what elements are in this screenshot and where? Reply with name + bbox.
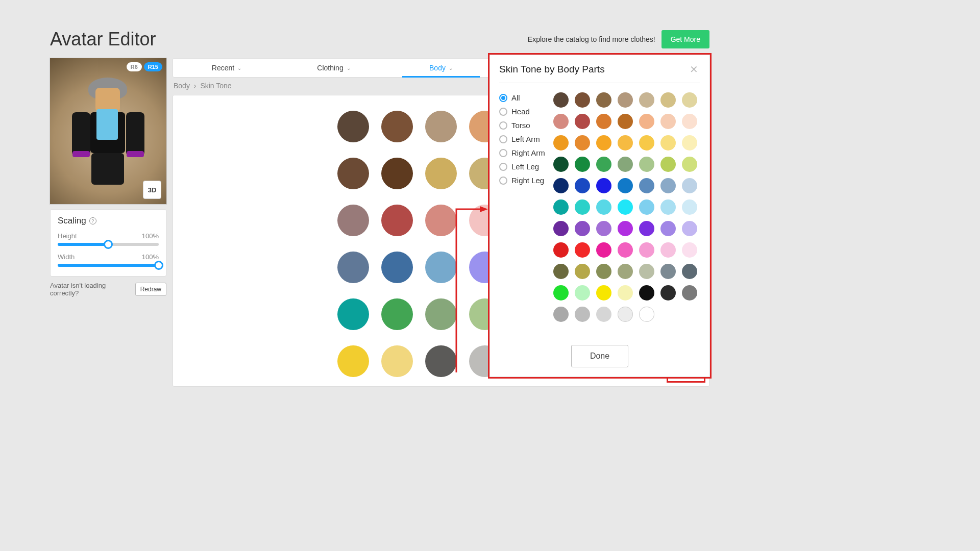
skin-tone-swatch[interactable] (381, 205, 413, 236)
color-swatch[interactable] (639, 285, 654, 300)
color-swatch[interactable] (553, 307, 569, 322)
color-swatch[interactable] (660, 242, 676, 258)
color-swatch[interactable] (618, 199, 633, 215)
body-part-radio[interactable]: All (499, 93, 548, 102)
color-swatch[interactable] (639, 264, 654, 279)
color-swatch[interactable] (575, 92, 590, 108)
body-part-radio[interactable]: Head (499, 107, 548, 116)
color-swatch[interactable] (639, 178, 654, 193)
skin-tone-swatch[interactable] (425, 298, 457, 330)
color-swatch[interactable] (553, 221, 569, 236)
color-swatch[interactable] (682, 114, 697, 129)
color-swatch[interactable] (639, 221, 654, 236)
color-swatch[interactable] (682, 264, 697, 279)
skin-tone-swatch[interactable] (425, 158, 457, 189)
skin-tone-swatch[interactable] (337, 205, 369, 236)
tab-clothing[interactable]: Clothing⌄ (280, 59, 387, 77)
color-swatch[interactable] (660, 285, 676, 300)
color-swatch[interactable] (596, 178, 611, 193)
color-swatch[interactable] (596, 92, 611, 108)
skin-tone-swatch[interactable] (381, 345, 413, 377)
color-swatch[interactable] (682, 157, 697, 172)
three-d-toggle-button[interactable]: 3D (143, 181, 161, 199)
skin-tone-swatch[interactable] (425, 111, 457, 142)
color-swatch[interactable] (660, 178, 676, 193)
color-swatch[interactable] (639, 135, 654, 151)
color-swatch[interactable] (618, 92, 633, 108)
skin-tone-swatch[interactable] (425, 205, 457, 236)
color-swatch[interactable] (618, 135, 633, 151)
body-part-radio[interactable]: Left Arm (499, 135, 548, 143)
color-swatch[interactable] (553, 135, 569, 151)
body-part-radio[interactable]: Left Leg (499, 162, 548, 171)
color-swatch[interactable] (682, 178, 697, 193)
color-swatch[interactable] (575, 157, 590, 172)
done-button[interactable]: Done (571, 345, 628, 367)
color-swatch[interactable] (575, 285, 590, 300)
color-swatch[interactable] (618, 221, 633, 236)
skin-tone-swatch[interactable] (381, 298, 413, 330)
color-swatch[interactable] (575, 114, 590, 129)
color-swatch[interactable] (639, 92, 654, 108)
color-swatch[interactable] (575, 221, 590, 236)
get-more-button[interactable]: Get More (662, 30, 709, 48)
color-swatch[interactable] (660, 264, 676, 279)
color-swatch[interactable] (682, 199, 697, 215)
color-swatch[interactable] (618, 178, 633, 193)
tab-body[interactable]: Body⌄ (387, 59, 495, 77)
tab-recent[interactable]: Recent⌄ (173, 59, 280, 77)
color-swatch[interactable] (618, 114, 633, 129)
height-slider[interactable] (58, 243, 159, 246)
color-swatch[interactable] (553, 242, 569, 258)
color-swatch[interactable] (682, 92, 697, 108)
color-swatch[interactable] (660, 135, 676, 151)
color-swatch[interactable] (596, 307, 611, 322)
avatar-preview[interactable]: R6 R15 3D (50, 58, 166, 204)
redraw-button[interactable]: Redraw (135, 283, 166, 296)
color-swatch[interactable] (596, 199, 611, 215)
color-swatch[interactable] (682, 221, 697, 236)
color-swatch[interactable] (575, 307, 590, 322)
color-swatch[interactable] (575, 264, 590, 279)
color-swatch[interactable] (596, 221, 611, 236)
color-swatch[interactable] (682, 285, 697, 300)
color-swatch[interactable] (682, 135, 697, 151)
color-swatch[interactable] (618, 285, 633, 300)
color-swatch[interactable] (618, 157, 633, 172)
body-part-radio[interactable]: Torso (499, 121, 548, 130)
color-swatch[interactable] (639, 157, 654, 172)
info-icon[interactable]: ? (89, 217, 96, 224)
skin-tone-swatch[interactable] (337, 111, 369, 142)
color-swatch[interactable] (575, 242, 590, 258)
skin-tone-swatch[interactable] (337, 252, 369, 283)
skin-tone-swatch[interactable] (381, 111, 413, 142)
color-swatch[interactable] (596, 135, 611, 151)
skin-tone-swatch[interactable] (381, 158, 413, 189)
color-swatch[interactable] (575, 178, 590, 193)
color-swatch[interactable] (660, 221, 676, 236)
skin-tone-swatch[interactable] (381, 252, 413, 283)
color-swatch[interactable] (618, 307, 633, 322)
width-slider-thumb[interactable] (154, 261, 163, 270)
width-slider[interactable] (58, 264, 159, 267)
color-swatch[interactable] (553, 178, 569, 193)
body-part-radio[interactable]: Right Arm (499, 148, 548, 157)
height-slider-thumb[interactable] (104, 240, 113, 249)
skin-tone-swatch[interactable] (337, 345, 369, 377)
close-icon[interactable]: ✕ (688, 63, 700, 76)
color-swatch[interactable] (553, 199, 569, 215)
color-swatch[interactable] (553, 114, 569, 129)
color-swatch[interactable] (596, 264, 611, 279)
color-swatch[interactable] (682, 242, 697, 258)
color-swatch[interactable] (639, 199, 654, 215)
color-swatch[interactable] (575, 199, 590, 215)
color-swatch[interactable] (553, 264, 569, 279)
body-part-radio[interactable]: Right Leg (499, 176, 548, 185)
color-swatch[interactable] (660, 114, 676, 129)
color-swatch[interactable] (596, 242, 611, 258)
color-swatch[interactable] (639, 307, 654, 322)
color-swatch[interactable] (639, 242, 654, 258)
color-swatch[interactable] (660, 199, 676, 215)
color-swatch[interactable] (553, 285, 569, 300)
skin-tone-swatch[interactable] (337, 158, 369, 189)
